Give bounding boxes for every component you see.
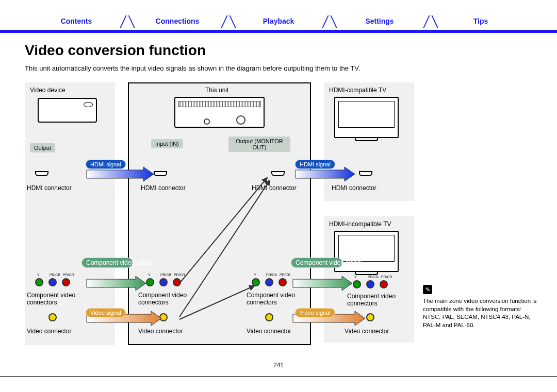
- pill-component-signal: Component video signal: [81, 258, 133, 268]
- tab-label: Contents: [61, 17, 92, 25]
- diagram: Video device Output HDMI connector Y PB/…: [25, 82, 417, 350]
- label-output-tag: Output: [30, 143, 55, 152]
- component-y-jack: [35, 278, 43, 286]
- component-pr-label: PR/CR: [280, 273, 291, 277]
- component-pr-label: PR/CR: [381, 275, 392, 279]
- tab-label: Connections: [156, 17, 200, 25]
- hdmi-port-icon: [359, 171, 372, 176]
- hdmi-port-icon: [154, 171, 167, 176]
- label-hdmi-tv: HDMI-compatible TV: [329, 87, 386, 94]
- device-video: [38, 98, 97, 123]
- label-incompatible-tv: HDMI-incompatible TV: [329, 220, 391, 228]
- page-title: Video conversion function: [25, 42, 206, 59]
- label-output-monitor-tag: Output (MONITOR OUT): [228, 137, 290, 152]
- note-text: The main zone video conversion function …: [423, 297, 539, 329]
- intro-text: This unit automatically converts the inp…: [25, 64, 360, 72]
- component-pb-label: PB/CB: [160, 273, 171, 277]
- tab-label: Playback: [263, 17, 294, 25]
- footer-line: [0, 376, 557, 377]
- label-video-device: Video device: [30, 87, 65, 94]
- label-this-unit: This unit: [205, 87, 228, 94]
- component-pr-jack: [278, 278, 287, 286]
- component-pr-label: PR/CR: [63, 273, 74, 277]
- component-pb-label: PB/CB: [266, 273, 277, 277]
- pill-video-signal: Video signal: [86, 308, 126, 317]
- component-y-label: Y: [37, 273, 40, 277]
- video-jack: [159, 313, 168, 321]
- tab-divider: [425, 15, 435, 29]
- tab-divider: [223, 15, 233, 29]
- nav-tabs: Contents Connections Playback Settings T…: [31, 15, 526, 29]
- label-hdmi-connector: HDMI connector: [27, 184, 84, 192]
- component-pb-jack: [366, 280, 374, 288]
- tab-label: Settings: [365, 17, 394, 25]
- label-video-connector: Video connector: [345, 328, 412, 335]
- tab-contents[interactable]: Contents: [31, 15, 122, 29]
- component-pb-jack: [159, 278, 168, 286]
- tv-stand: [355, 138, 378, 141]
- component-y-jack: [353, 280, 361, 288]
- device-receiver: [174, 97, 265, 128]
- label-input-tag: Input (IN): [151, 139, 183, 148]
- label-hdmi-connector: HDMI connector: [252, 184, 314, 192]
- note-icon: ✎: [423, 285, 432, 294]
- pill-video-signal: Video signal: [295, 308, 335, 317]
- pill-hdmi-signal: HDMI signal: [86, 160, 126, 169]
- component-pr-jack: [173, 278, 181, 286]
- label-component-connectors: Component video connectors: [347, 293, 414, 307]
- hdmi-port-icon: [271, 171, 285, 176]
- video-jack: [265, 313, 273, 321]
- label-video-connector: Video connector: [247, 328, 314, 335]
- video-jack: [48, 313, 57, 321]
- tab-connections[interactable]: Connections: [132, 15, 223, 29]
- component-pb-jack: [48, 278, 57, 286]
- video-jack: [366, 313, 374, 321]
- component-pb-jack: [265, 278, 273, 286]
- label-component-connectors: Component video connectors: [247, 292, 314, 306]
- note-area: ✎ The main zone video conversion functio…: [423, 285, 539, 329]
- tab-tips[interactable]: Tips: [435, 15, 526, 29]
- page-number: 241: [0, 362, 557, 369]
- component-pr-jack: [62, 278, 70, 286]
- label-hdmi-connector: HDMI connector: [141, 184, 203, 192]
- label-video-connector: Video connector: [27, 328, 94, 335]
- component-y-jack: [146, 278, 154, 286]
- component-y-label: Y: [354, 275, 357, 279]
- hdmi-port-icon: [35, 171, 48, 176]
- label-component-connectors: Component video connectors: [27, 292, 94, 306]
- tab-label: Tips: [473, 17, 488, 25]
- tab-playback[interactable]: Playback: [233, 15, 324, 29]
- component-y-label: Y: [254, 273, 256, 277]
- component-y-label: Y: [148, 273, 151, 277]
- component-y-jack: [252, 278, 260, 286]
- device-tv1: [334, 97, 399, 138]
- tab-divider: [324, 15, 334, 29]
- header-stripe: [0, 30, 557, 33]
- label-hdmi-connector: HDMI connector: [332, 184, 394, 192]
- component-pr-jack: [380, 280, 388, 288]
- component-pb-label: PB/CB: [368, 275, 379, 279]
- label-component-connectors: Component video connectors: [138, 292, 205, 306]
- pill-component-signal: Component video signal: [291, 258, 342, 268]
- tab-settings[interactable]: Settings: [334, 15, 425, 29]
- pill-hdmi-signal: HDMI signal: [295, 160, 335, 169]
- label-video-connector: Video connector: [138, 328, 205, 335]
- tab-divider: [122, 15, 132, 29]
- component-pr-label: PR/CR: [174, 273, 185, 277]
- component-pb-label: PB/CB: [50, 273, 60, 277]
